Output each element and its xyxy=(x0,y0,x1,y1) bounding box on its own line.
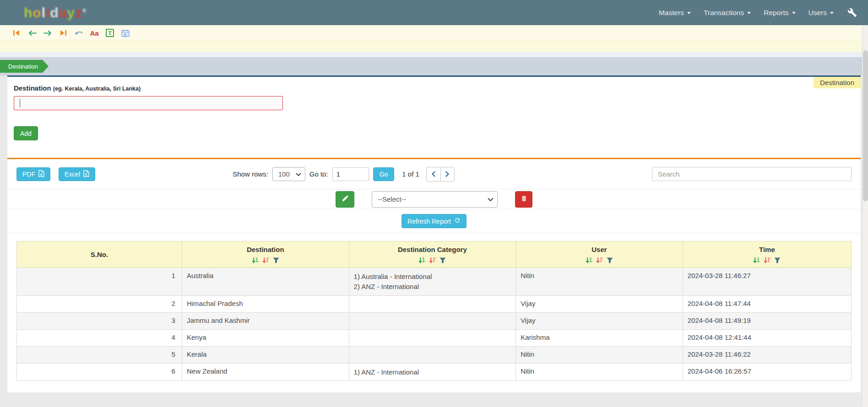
prev-page-button[interactable] xyxy=(426,167,440,182)
show-rows-label: Show rows: xyxy=(233,170,268,178)
sort-asc-icon[interactable] xyxy=(252,257,259,264)
svg-text:X: X xyxy=(85,172,87,177)
nav-item-transactions[interactable]: Transactions xyxy=(704,9,751,17)
destination-field-label: Destination (eg. Kerala, Australia, Sri … xyxy=(14,84,861,93)
chevron-down-icon xyxy=(488,195,494,203)
refresh-row: Refresh Report xyxy=(7,209,861,233)
toolbar-substrip xyxy=(0,41,868,52)
page-footer-area xyxy=(0,392,868,407)
cell-sno: 4 xyxy=(17,329,182,346)
table-row[interactable]: 2Himachal PradeshVijay2024-04-08 11:47:4… xyxy=(17,295,852,312)
chevron-down-icon xyxy=(687,12,691,14)
cell-user: Nitin xyxy=(516,268,683,296)
search-input[interactable] xyxy=(652,167,852,181)
table-row[interactable]: 1Australia1) Australia - International2)… xyxy=(17,268,852,296)
arrow-left-icon[interactable] xyxy=(27,28,37,37)
text-tool-icon[interactable]: T xyxy=(105,28,114,37)
calendar-icon[interactable]: 31 xyxy=(121,28,130,37)
cell-sno: 1 xyxy=(17,268,182,296)
cell-user: Karishma xyxy=(516,329,683,346)
registered-mark: ® xyxy=(82,8,87,13)
wrench-icon[interactable] xyxy=(847,8,857,17)
content-panel: Destination Destination (eg. Kerala, Aus… xyxy=(7,75,861,392)
cell-user: Nitin xyxy=(516,346,683,363)
cell-time: 2024-04-06 16:26:57 xyxy=(683,363,851,381)
col-header-user: User xyxy=(516,241,683,268)
excel-export-button[interactable]: Excel X xyxy=(59,167,95,181)
sort-asc-icon[interactable] xyxy=(418,257,426,264)
refresh-report-button[interactable]: Refresh Report xyxy=(401,214,467,228)
table-row[interactable]: 3Jammu and KashmirVijay2024-04-08 11:49:… xyxy=(17,312,852,329)
goto-label: Go to: xyxy=(309,170,328,178)
nav-item-reports[interactable]: Reports xyxy=(764,9,795,17)
destination-input[interactable] xyxy=(14,96,283,110)
table-header-row: S.No.DestinationDestination CategoryUser… xyxy=(17,241,852,268)
show-rows-select[interactable]: 100 xyxy=(272,167,305,181)
main-nav: MastersTransactionsReportsUsers xyxy=(659,9,834,17)
top-navbar: holidayz® MastersTransactionsReportsUser… xyxy=(0,0,868,25)
nav-item-masters[interactable]: Masters xyxy=(659,9,691,17)
delete-button[interactable] xyxy=(515,191,532,208)
add-button[interactable]: Add xyxy=(14,126,38,140)
app-logo[interactable]: holidayz® xyxy=(24,5,87,21)
col-header-s-no: S.No. xyxy=(17,241,182,268)
undo-icon[interactable] xyxy=(74,28,83,37)
svg-text:31: 31 xyxy=(124,33,127,36)
cell-time: 2024-03-28 11:46:27 xyxy=(683,268,851,296)
sort-desc-icon[interactable] xyxy=(596,257,603,264)
next-page-button[interactable] xyxy=(440,167,455,182)
breadcrumb-band: Destination xyxy=(0,57,868,75)
nav-item-label: Reports xyxy=(764,9,788,17)
scrollbar-thumb[interactable] xyxy=(863,50,868,201)
panel-tag: Destination xyxy=(814,77,861,88)
nav-item-label: Users xyxy=(808,9,827,17)
sort-asc-icon[interactable] xyxy=(753,257,760,264)
filter-icon[interactable] xyxy=(607,257,613,263)
col-header-destination: Destination xyxy=(182,241,349,268)
sort-desc-icon[interactable] xyxy=(764,257,771,264)
cell-category xyxy=(349,295,516,312)
arrow-right-icon[interactable] xyxy=(43,28,52,37)
nav-item-users[interactable]: Users xyxy=(808,9,834,17)
cell-category xyxy=(349,346,516,363)
cell-time: 2024-03-28 11:46:22 xyxy=(683,346,851,363)
cell-category: 1) Australia - International2) ANZ - Int… xyxy=(349,268,516,296)
cell-time: 2024-04-08 12:41:44 xyxy=(683,329,851,346)
skip-first-icon[interactable] xyxy=(12,28,21,37)
cell-sno: 6 xyxy=(17,363,182,381)
filter-icon[interactable] xyxy=(439,257,446,263)
pdf-export-button[interactable]: PDF A xyxy=(16,167,50,181)
cell-time: 2024-04-08 11:49:19 xyxy=(683,312,851,329)
cell-sno: 3 xyxy=(17,312,182,329)
excel-file-icon: X xyxy=(83,170,89,178)
edit-button[interactable] xyxy=(336,191,354,208)
bulk-select[interactable]: --Select-- xyxy=(372,191,498,208)
row-actions: --Select-- xyxy=(7,189,861,209)
sort-desc-icon[interactable] xyxy=(429,257,436,264)
breadcrumb-tab-destination[interactable]: Destination xyxy=(0,60,43,73)
svg-text:A: A xyxy=(40,172,43,177)
skip-last-icon[interactable] xyxy=(59,28,68,37)
col-header-destination-category: Destination Category xyxy=(349,241,516,268)
breadcrumb-label: Destination xyxy=(8,63,38,70)
font-style-icon[interactable]: Aa xyxy=(90,28,99,37)
cell-category xyxy=(349,312,516,329)
cell-sno: 2 xyxy=(17,295,182,312)
vertical-scrollbar[interactable] xyxy=(862,25,868,407)
cell-sno: 5 xyxy=(17,346,182,363)
table-row[interactable]: 5KeralaNitin2024-03-28 11:46:22 xyxy=(17,346,852,363)
table-row[interactable]: 6New Zealand1) ANZ - InternationalNitin2… xyxy=(17,363,852,381)
table-row[interactable]: 4KenyaKarishma2024-04-08 12:41:44 xyxy=(17,329,852,346)
text-caret xyxy=(20,99,20,107)
add-destination-form: Destination (eg. Kerala, Australia, Sri … xyxy=(7,77,861,158)
goto-page-input[interactable] xyxy=(332,167,369,181)
cell-category xyxy=(349,329,516,346)
sort-desc-icon[interactable] xyxy=(262,257,270,264)
destinations-table: S.No.DestinationDestination CategoryUser… xyxy=(16,241,852,381)
sort-asc-icon[interactable] xyxy=(586,257,593,264)
cell-time: 2024-04-08 11:47:44 xyxy=(683,295,851,312)
chevron-down-icon xyxy=(296,170,301,178)
filter-icon[interactable] xyxy=(774,257,781,263)
filter-icon[interactable] xyxy=(273,257,279,263)
go-button[interactable]: Go xyxy=(373,167,395,181)
